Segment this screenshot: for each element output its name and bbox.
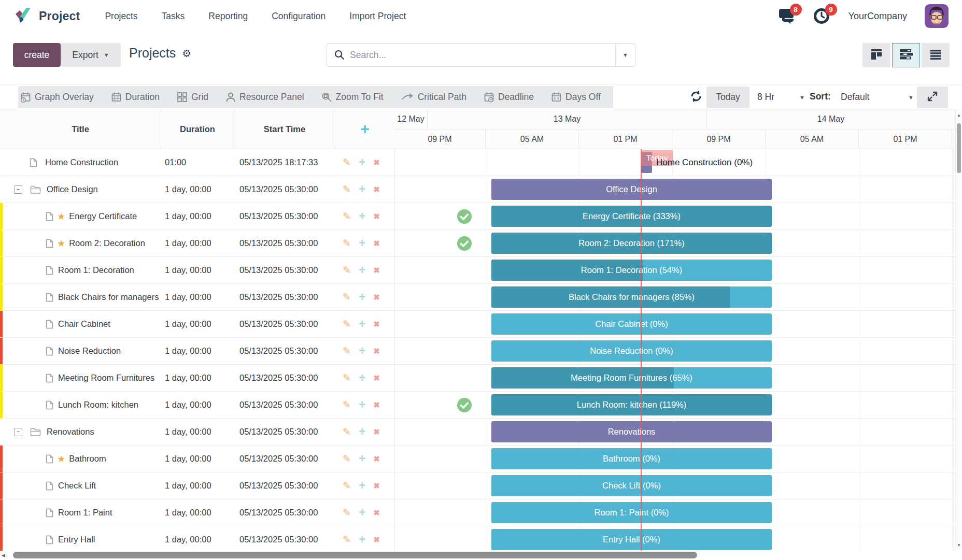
today-button[interactable]: Today — [706, 87, 749, 108]
add-subtask-icon[interactable]: + — [359, 399, 365, 411]
nav-item-projects[interactable]: Projects — [105, 11, 137, 22]
app-brand[interactable]: Project — [13, 6, 80, 26]
horizontal-scrollbar-thumb[interactable] — [13, 552, 697, 558]
edit-pencil-icon[interactable]: ✎ — [343, 318, 351, 330]
gantt-bar-chair-cabinet[interactable]: Chair Cabinet (0%) — [491, 313, 772, 335]
edit-pencil-icon[interactable]: ✎ — [343, 345, 351, 357]
edit-pencil-icon[interactable]: ✎ — [343, 264, 351, 276]
task-row-noise-reduction[interactable]: Noise Reduction1 day, 00:0005/13/2025 05… — [0, 338, 394, 365]
task-row-room-1-paint[interactable]: Room 1: Paint1 day, 00:0005/13/2025 05:3… — [0, 499, 394, 526]
edit-pencil-icon[interactable]: ✎ — [343, 507, 351, 519]
edit-pencil-icon[interactable]: ✎ — [343, 534, 351, 545]
deadline-button[interactable]: Deadline — [484, 92, 534, 103]
gantt-bar-room-1-paint[interactable]: Room 1: Paint (0%) — [491, 502, 772, 523]
scale-select[interactable]: 8 Hr ▼ — [757, 87, 805, 108]
delete-x-icon[interactable]: ✖ — [373, 293, 380, 302]
edit-pencil-icon[interactable]: ✎ — [343, 399, 351, 411]
delete-x-icon[interactable]: ✖ — [373, 158, 380, 167]
add-subtask-icon[interactable]: + — [359, 318, 365, 330]
vertical-scrollbar-thumb[interactable] — [957, 123, 961, 173]
graph-overlay-button[interactable]: Graph Overlay — [20, 92, 94, 103]
delete-x-icon[interactable]: ✖ — [373, 454, 380, 464]
delete-x-icon[interactable]: ✖ — [373, 374, 380, 383]
delete-x-icon[interactable]: ✖ — [373, 427, 380, 437]
gantt-bar-office-design[interactable]: Office Design — [491, 179, 772, 200]
delete-x-icon[interactable]: ✖ — [373, 239, 380, 248]
delete-x-icon[interactable]: ✖ — [373, 347, 380, 356]
task-row-room-1-decoration[interactable]: Room 1: Decoration1 day, 00:0005/13/2025… — [0, 257, 394, 284]
gantt-bar-black-chairs-for-managers[interactable]: Black Chairs for managers (85%) — [491, 286, 772, 308]
delete-x-icon[interactable]: ✖ — [373, 400, 380, 410]
sort-select[interactable]: Default ▼ — [841, 87, 914, 108]
nav-item-import-project[interactable]: Import Project — [349, 11, 406, 22]
delete-x-icon[interactable]: ✖ — [373, 481, 380, 491]
export-button[interactable]: Export ▼ — [61, 43, 121, 67]
messages-button[interactable]: 8 — [778, 8, 796, 24]
task-row-office-design[interactable]: −Office Design1 day, 00:0005/13/2025 05:… — [0, 176, 394, 203]
delete-x-icon[interactable]: ✖ — [373, 535, 380, 544]
star-icon[interactable]: ★ — [57, 453, 65, 465]
star-icon[interactable]: ★ — [57, 238, 65, 249]
edit-pencil-icon[interactable]: ✎ — [343, 480, 351, 492]
company-name[interactable]: YourCompany — [848, 11, 907, 22]
edit-pencil-icon[interactable]: ✎ — [343, 237, 351, 249]
scroll-down-icon[interactable]: ▼ — [957, 543, 961, 548]
gantt-bar-room-2-decoration[interactable]: Room 2: Decoration (171%) — [491, 233, 772, 254]
task-row-room-2-decoration[interactable]: ★Room 2: Decoration1 day, 00:0005/13/202… — [0, 230, 394, 257]
add-subtask-icon[interactable]: + — [359, 237, 365, 249]
days-off-button[interactable]: Days Off — [551, 92, 601, 103]
add-subtask-icon[interactable]: + — [359, 480, 365, 492]
star-icon[interactable]: ★ — [57, 211, 65, 222]
task-row-entry-hall[interactable]: Entry Hall1 day, 00:0005/13/2025 05:30:0… — [0, 526, 394, 551]
grid-button[interactable]: Grid — [177, 92, 208, 103]
critical-path-button[interactable]: Critical Path — [401, 92, 466, 103]
resource-panel-button[interactable]: Resource Panel — [225, 92, 304, 103]
gantt-bar-energy-certificate[interactable]: Energy Certificate (333%) — [491, 206, 772, 227]
refresh-icon[interactable] — [689, 90, 703, 105]
list-view-button[interactable] — [922, 43, 950, 67]
add-subtask-icon[interactable]: + — [359, 453, 365, 465]
add-subtask-icon[interactable]: + — [359, 183, 365, 195]
task-row-renovations[interactable]: −Renovations1 day, 00:0005/13/2025 05:30… — [0, 419, 394, 446]
add-task-icon[interactable]: + — [360, 121, 370, 137]
search-input[interactable] — [350, 50, 615, 61]
task-row-check-lift[interactable]: Check Lift1 day, 00:0005/13/2025 05:30:0… — [0, 472, 394, 499]
zoom-to-fit-button[interactable]: Zoom To Fit — [321, 92, 384, 103]
user-avatar[interactable] — [925, 4, 949, 28]
add-subtask-icon[interactable]: + — [359, 156, 365, 168]
task-row-bathroom[interactable]: ★Bathroom1 day, 00:0005/13/2025 05:30:00… — [0, 446, 394, 472]
collapse-toggle[interactable]: − — [14, 428, 22, 436]
gantt-bar-bathroom[interactable]: Bathroom (0%) — [491, 448, 772, 469]
delete-x-icon[interactable]: ✖ — [373, 266, 380, 275]
edit-pencil-icon[interactable]: ✎ — [343, 183, 351, 195]
nav-item-configuration[interactable]: Configuration — [272, 11, 326, 22]
delete-x-icon[interactable]: ✖ — [373, 508, 380, 518]
gantt-bar-entry-hall[interactable]: Entry Hall (0%) — [491, 529, 772, 550]
activities-button[interactable]: 9 — [813, 8, 831, 24]
gantt-bar-noise-reduction[interactable]: Noise Reduction (0%) — [491, 340, 772, 362]
nav-item-reporting[interactable]: Reporting — [208, 11, 248, 22]
task-row-lunch-room-kitchen[interactable]: Lunch Room: kitchen1 day, 00:0005/13/202… — [0, 392, 394, 419]
delete-x-icon[interactable]: ✖ — [373, 212, 380, 221]
gantt-bar-meeting-room-furnitures[interactable]: Meeting Room Furnitures (65%) — [491, 367, 772, 389]
edit-pencil-icon[interactable]: ✎ — [343, 372, 351, 384]
gear-icon[interactable]: ⚙ — [182, 47, 191, 60]
fullscreen-button[interactable] — [917, 87, 948, 108]
task-row-home-construction[interactable]: Home Construction01:0005/13/2025 18:17:3… — [0, 149, 394, 176]
scroll-left-icon[interactable]: ◀ — [2, 553, 5, 558]
duration-button[interactable]: Duration — [111, 92, 160, 103]
kanban-view-button[interactable] — [862, 43, 890, 67]
task-row-meeting-room-furnitures[interactable]: Meeting Room Furnitures1 day, 00:0005/13… — [0, 365, 394, 392]
edit-pencil-icon[interactable]: ✎ — [343, 156, 351, 168]
gantt-view-button[interactable] — [892, 43, 920, 67]
add-subtask-icon[interactable]: + — [359, 291, 365, 303]
add-subtask-icon[interactable]: + — [359, 345, 365, 357]
add-subtask-icon[interactable]: + — [359, 372, 365, 384]
nav-item-tasks[interactable]: Tasks — [162, 11, 185, 22]
gantt-bar-room-1-decoration[interactable]: Room 1: Decoration (54%) — [491, 260, 772, 281]
add-subtask-icon[interactable]: + — [359, 507, 365, 519]
task-row-chair-cabinet[interactable]: Chair Cabinet1 day, 00:0005/13/2025 05:3… — [0, 311, 394, 338]
edit-pencil-icon[interactable]: ✎ — [343, 453, 351, 465]
delete-x-icon[interactable]: ✖ — [373, 320, 380, 329]
task-row-black-chairs-for-managers[interactable]: Black Chairs for managers1 day, 00:0005/… — [0, 284, 394, 311]
